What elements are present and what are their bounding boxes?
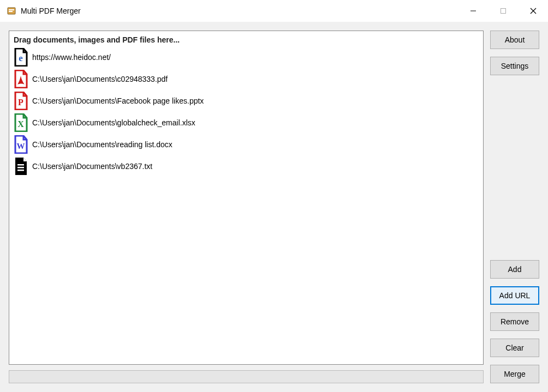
about-button[interactable]: About [490, 31, 539, 49]
settings-button[interactable]: Settings [490, 57, 539, 75]
file-path: C:\Users\jan\Documents\globalcheck_email… [32, 118, 195, 127]
add-url-button[interactable]: Add URL [490, 286, 539, 305]
svg-text:W: W [17, 142, 25, 150]
minimize-button[interactable] [458, 0, 488, 22]
file-row[interactable]: X C:\Users\jan\Documents\globalcheck_ema… [13, 112, 480, 134]
app-icon [7, 6, 16, 16]
remove-button[interactable]: Remove [490, 312, 539, 331]
file-row[interactable]: P C:\Users\jan\Documents\Facebook page l… [13, 90, 480, 112]
window-title: Multi PDF Merger [21, 7, 81, 15]
file-row[interactable]: C:\Users\jan\Documents\c02948333.pdf [13, 68, 480, 90]
file-path: https://www.heidoc.net/ [32, 53, 111, 62]
left-column: Drag documents, images and PDF files her… [9, 31, 484, 383]
svg-text:P: P [18, 98, 23, 107]
file-row[interactable]: C:\Users\jan\Documents\vb2367.txt [13, 155, 480, 177]
titlebar: Multi PDF Merger [0, 0, 548, 22]
file-path: C:\Users\jan\Documents\reading list.docx [32, 140, 172, 149]
svg-rect-11 [17, 164, 24, 166]
edge-file-icon: e [13, 47, 29, 67]
svg-text:e: e [19, 53, 23, 63]
svg-rect-13 [17, 170, 24, 171]
drop-hint: Drag documents, images and PDF files her… [14, 35, 480, 44]
svg-text:X: X [17, 119, 24, 129]
file-row[interactable]: W C:\Users\jan\Documents\reading list.do… [13, 134, 480, 155]
svg-rect-1 [9, 9, 14, 10]
close-button[interactable] [518, 0, 548, 22]
file-row[interactable]: e https://www.heidoc.net/ [13, 46, 480, 68]
file-path: C:\Users\jan\Documents\c02948333.pdf [32, 75, 168, 83]
svg-rect-12 [17, 167, 24, 168]
xlsx-file-icon: X [13, 113, 29, 132]
svg-rect-4 [501, 9, 505, 14]
pptx-file-icon: P [13, 91, 29, 111]
svg-rect-2 [9, 11, 13, 12]
maximize-button[interactable] [488, 0, 518, 22]
clear-button[interactable]: Clear [490, 339, 539, 357]
file-list-panel[interactable]: Drag documents, images and PDF files her… [9, 31, 484, 365]
right-column: About Settings Add Add URL Remove Clear … [490, 31, 539, 383]
client-area: Drag documents, images and PDF files her… [0, 22, 548, 392]
pdf-file-icon [13, 69, 29, 89]
txt-file-icon [13, 156, 29, 176]
progress-bar [9, 370, 484, 383]
add-button[interactable]: Add [490, 260, 539, 279]
file-path: C:\Users\jan\Documents\Facebook page lik… [32, 97, 204, 105]
docx-file-icon: W [13, 135, 29, 154]
merge-button[interactable]: Merge [490, 365, 539, 383]
file-path: C:\Users\jan\Documents\vb2367.txt [32, 162, 152, 171]
